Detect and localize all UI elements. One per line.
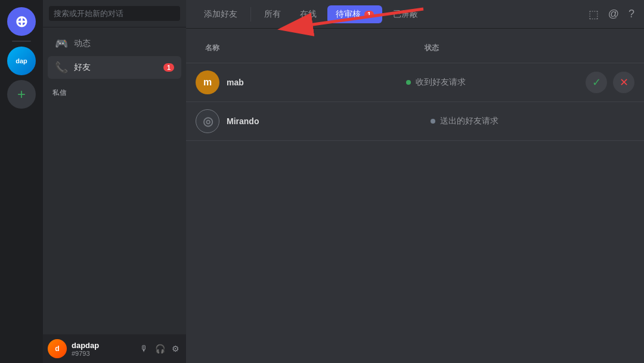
tab-all[interactable]: 所有 [256,5,289,23]
friend-row-mab[interactable]: m mab 收到好友请求 ✓ ✕ [186,63,644,102]
main-header: 添加好友 所有 在线 待审核 1 已屏蔽 ⬚ @ ? [186,0,644,29]
sidebar-item-friends-label: 好友 [74,62,91,73]
friends-icon: 📞 [55,61,67,74]
discord-logo-icon: ⊕ [15,13,28,31]
settings-button[interactable]: ⚙ [169,343,181,355]
friend-status-mab: 收到好友请求 [406,77,586,88]
tab-pending[interactable]: 待审核 1 [327,5,382,23]
sidebar-item-activity-label: 动态 [74,38,91,49]
dm-section-label: 私信 [43,79,186,100]
friend-row-mirando[interactable]: ◎ Mirando 送出的好友请求 [186,102,644,141]
user-panel-tag: #9793 [72,350,134,357]
plus-icon: + [17,86,26,103]
friend-avatar-text-mab: m [203,77,212,88]
server-divider [12,41,31,42]
dm-nav: 🎮 动态 📞 好友 1 [43,27,186,79]
dm-sidebar: 🎮 动态 📞 好友 1 私信 d dapdap #9793 🎙 🎧 ⚙ [43,0,186,363]
tab-pending-label: 待审核 [336,9,361,20]
friend-avatar-mab: m [196,70,219,94]
tab-add-friend[interactable]: 添加好友 [196,5,246,23]
friend-list-area: 名称 状态 m mab 收到好友请求 ✓ ✕ ◎ Mirando [186,29,644,363]
friend-status-mirando: 送出的好友请求 [431,116,634,127]
avatar: d [48,339,67,358]
dm-user-list [43,100,186,334]
user-panel-info: dapdap #9793 [72,341,134,357]
user-panel-controls: 🎙 🎧 ⚙ [138,343,181,355]
header-right: ⬚ @ ? [589,8,634,21]
friend-name-mab: mab [227,78,406,87]
status-dot-mirando [431,119,435,124]
user-panel: d dapdap #9793 🎙 🎧 ⚙ [43,334,186,363]
tab-blocked[interactable]: 已屏蔽 [385,5,426,23]
friend-actions-mab: ✓ ✕ [586,72,634,93]
help-icon[interactable]: ? [628,8,634,20]
status-dot-mab [406,80,411,85]
friends-badge: 1 [163,63,174,72]
server-sidebar: ⊕ + [0,0,43,363]
accept-friend-button-mab[interactable]: ✓ [586,72,607,93]
new-dm-icon[interactable]: ⬚ [589,8,599,21]
friend-avatar-mirando: ◎ [196,109,219,133]
avatar-text: d [55,344,59,353]
mute-button[interactable]: 🎙 [138,343,150,355]
tab-divider [250,7,251,21]
user-panel-name: dapdap [72,341,134,350]
status-text-mab: 收到好友请求 [416,77,466,88]
discord-home-button[interactable]: ⊕ [7,7,36,36]
friend-list-column-headers: 名称 状态 [186,38,644,63]
dap-server-icon[interactable] [7,47,36,75]
col-header-status: 状态 [425,38,634,58]
tab-pending-badge: 1 [364,11,374,18]
activity-icon: 🎮 [55,37,67,50]
main-content: 添加好友 所有 在线 待审核 1 已屏蔽 ⬚ @ ? 名称 状态 m mab [186,0,644,363]
sidebar-item-activity[interactable]: 🎮 动态 [48,32,181,55]
deafen-button[interactable]: 🎧 [154,343,166,355]
friend-avatar-icon-mirando: ◎ [203,114,213,128]
add-server-button[interactable]: + [7,80,36,109]
mention-icon[interactable]: @ [608,8,619,20]
sidebar-item-friends[interactable]: 📞 好友 1 [48,56,181,79]
friend-name-mirando: Mirando [227,116,431,126]
reject-friend-button-mab[interactable]: ✕ [613,72,634,93]
dm-search-area [43,0,186,27]
col-header-name: 名称 [196,38,425,58]
tab-online[interactable]: 在线 [292,5,325,23]
dm-search-input[interactable] [49,6,180,21]
status-text-mirando: 送出的好友请求 [440,116,499,127]
